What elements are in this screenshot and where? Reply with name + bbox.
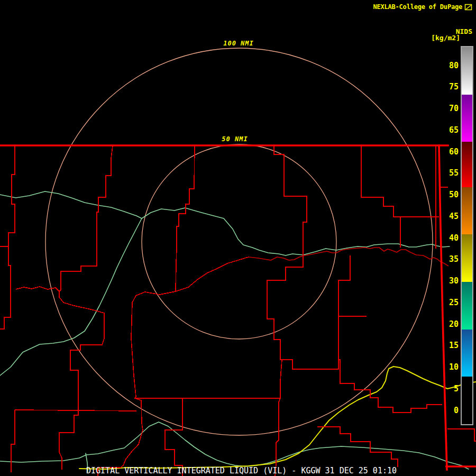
scale-segment-red [462, 142, 472, 187]
scale-tick-label: 5 [434, 385, 459, 393]
county-boundary [282, 360, 442, 413]
scale-tick-label: 40 [434, 234, 459, 242]
scale-tick-label: 45 [434, 212, 459, 221]
scale-tick-label: 35 [434, 255, 459, 263]
scale-segment-orange [462, 187, 472, 235]
river-line [142, 208, 303, 255]
radar-map [0, 0, 476, 476]
scale-tick-label: 60 [434, 148, 459, 156]
legend-units: [kg/m2] [431, 34, 460, 42]
river-line [0, 218, 142, 376]
range-ring-100nmi [45, 48, 433, 435]
county-boundary [176, 146, 195, 291]
brand-link[interactable]: NEXLAB-College of DuPage [373, 3, 472, 11]
county-boundary [59, 146, 113, 291]
scale-segment-blue [462, 329, 472, 377]
scale-tick-label: 70 [434, 104, 459, 113]
scale-tick-label: 20 [434, 320, 459, 328]
scale-tick-label: 75 [434, 83, 459, 91]
county-boundary [0, 146, 15, 329]
county-boundary [16, 287, 104, 470]
radar-display: 50 NMI 100 NMI NEXLAB-College of DuPage … [0, 0, 476, 476]
range-ring-label-100nmi: 100 NMI [222, 40, 255, 47]
county-boundary [98, 257, 249, 476]
scale-tick-label: 65 [434, 126, 459, 134]
county-boundary [15, 410, 136, 411]
scale-tick-label: 30 [434, 277, 459, 285]
county-boundary [338, 255, 350, 360]
scale-tick-label: 50 [434, 190, 459, 199]
scale-tick-label: 15 [434, 341, 459, 350]
county-boundary [361, 146, 439, 217]
river-line [0, 422, 469, 469]
county-boundary-river [249, 248, 448, 266]
scale-tick-label: 0 [434, 406, 459, 415]
product-status-text: DIGITAL VERTICALLY INTEGRATED LIQUID (VI… [86, 466, 397, 475]
brand-text: NEXLAB-College of DuPage [373, 3, 462, 11]
county-lines [0, 145, 476, 476]
county-boundary [165, 398, 182, 476]
county-lines-river [249, 248, 448, 266]
scale-segment-green [462, 282, 472, 329]
range-ring-label-50nmi: 50 NMI [220, 135, 249, 143]
vil-color-scale [461, 46, 473, 425]
range-rings [45, 48, 433, 435]
state-borders [0, 145, 476, 470]
river-line [0, 191, 142, 218]
scale-tick-label: 80 [434, 61, 459, 70]
county-boundary [267, 145, 307, 476]
scale-segment-gray [462, 47, 472, 95]
scale-tick-label: 25 [434, 298, 459, 307]
highway-line [79, 367, 476, 469]
river-lines [0, 191, 469, 472]
scale-tick-label: 55 [434, 169, 459, 177]
scale-segment-black [462, 377, 472, 424]
cod-logo-icon [464, 4, 472, 11]
county-boundary [447, 429, 476, 441]
highway-lines [79, 367, 476, 469]
range-ring-50nmi [142, 144, 336, 339]
river-line [303, 244, 450, 255]
scale-segment-magenta [462, 95, 472, 142]
county-boundary [11, 410, 15, 472]
scale-segment-yellow [462, 234, 472, 282]
scale-tick-label: 10 [434, 363, 459, 371]
